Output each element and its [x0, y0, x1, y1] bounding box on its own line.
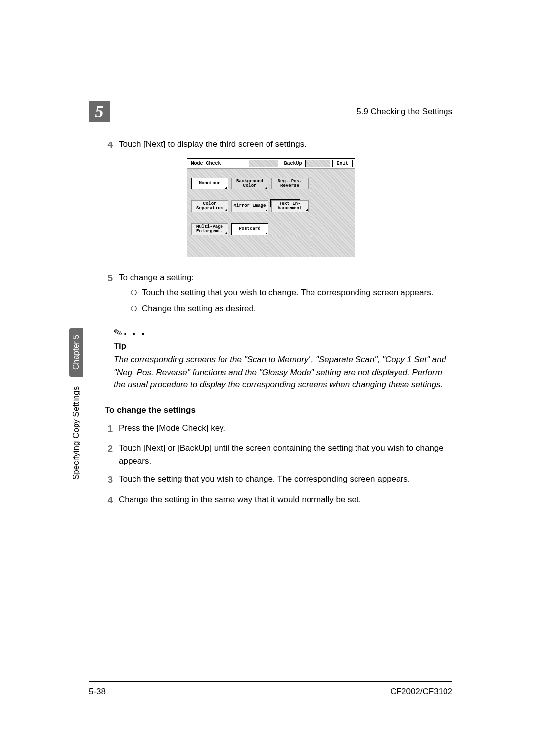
background-color-button[interactable]: Background Color — [231, 178, 268, 189]
sidebar-chapter-tab: Chapter 5 — [69, 328, 83, 377]
chapter-number-badge: 5 — [89, 101, 110, 122]
postcard-button[interactable]: Postcard — [231, 223, 268, 235]
text-enhancement-button[interactable]: Text En- hancement — [271, 200, 309, 212]
figure-topbar: Mode Check BackUp Exit — [187, 159, 355, 169]
sidebar-vertical: Specifying Copy Settings Chapter 5 — [69, 194, 83, 346]
step-text: To change a setting: ❍ Touch the setting… — [119, 271, 452, 318]
neg-pos-reverse-button[interactable]: Neg.-Pos. Reverse — [271, 178, 309, 189]
monotone-button[interactable]: Monotone — [191, 178, 228, 189]
bullet-marker-icon: ❍ — [131, 302, 137, 315]
change-step-2: 2 Touch [Next] or [BackUp] until the scr… — [104, 442, 452, 467]
step-number: 1 — [104, 422, 113, 436]
tip-text: The corresponding screens for the "Scan … — [114, 353, 452, 391]
model-label: CF2002/CF3102 — [390, 687, 452, 697]
step-text: Touch [Next] to display the third screen… — [119, 138, 452, 152]
step-number: 5 — [104, 271, 113, 318]
figure-row-3: Multi-Page Enlargemt. Postcard — [191, 223, 351, 235]
step-number: 3 — [104, 473, 113, 487]
step-number: 4 — [104, 493, 113, 508]
step-text: Change the setting in the same way that … — [119, 493, 452, 508]
page-header: 5 5.9 Checking the Settings — [89, 101, 452, 122]
bullet-item: ❍ Touch the setting that you wish to cha… — [131, 286, 452, 299]
tip-title: Tip — [114, 341, 452, 351]
page-footer: 5-38 CF2002/CF3102 — [89, 681, 452, 697]
step-number: 4 — [104, 138, 113, 152]
tip-dots-icon: . . . — [124, 325, 146, 338]
bullet-text: Change the setting as desired. — [142, 302, 256, 315]
pencil-icon: ✎ — [112, 326, 124, 340]
figure-titlebar-fill2 — [306, 160, 330, 167]
step-text: Touch the setting that you wish to chang… — [119, 473, 452, 487]
step-text: Press the [Mode Check] key. — [119, 422, 452, 436]
figure-row-1: Monotone Background Color Neg.-Pos. Reve… — [191, 178, 351, 189]
bullet-marker-icon: ❍ — [131, 286, 137, 299]
step-number: 2 — [104, 442, 113, 467]
page-number: 5-38 — [89, 687, 106, 697]
bullet-text: Touch the setting that you wish to chang… — [142, 286, 433, 299]
subsection-heading: To change the settings — [105, 405, 452, 415]
step-5: 5 To change a setting: ❍ Touch the setti… — [104, 271, 452, 318]
sidebar-section-label: Specifying Copy Settings — [71, 386, 81, 480]
figure-titlebar-fill — [249, 160, 278, 167]
step-text: Touch [Next] or [BackUp] until the scree… — [119, 442, 452, 467]
mode-check-screenshot: Mode Check BackUp Exit Monotone Backgrou… — [187, 158, 355, 257]
exit-button[interactable]: Exit — [332, 160, 352, 167]
change-step-1: 1 Press the [Mode Check] key. — [104, 422, 452, 436]
step-4: 4 Touch [Next] to display the third scre… — [104, 138, 452, 152]
tip-icon-row: ✎ . . . — [114, 327, 452, 339]
section-heading: 5.9 Checking the Settings — [356, 107, 452, 117]
change-step-3: 3 Touch the setting that you wish to cha… — [104, 473, 452, 487]
step5-intro: To change a setting: — [119, 273, 194, 282]
bullet-list: ❍ Touch the setting that you wish to cha… — [131, 286, 452, 315]
change-step-4: 4 Change the setting in the same way tha… — [104, 493, 452, 508]
multi-page-enlargement-button[interactable]: Multi-Page Enlargemt. — [191, 223, 228, 235]
mirror-image-button[interactable]: Mirror Image — [231, 200, 268, 212]
tip-block: ✎ . . . Tip The corresponding screens fo… — [114, 327, 452, 391]
figure-body: Monotone Background Color Neg.-Pos. Reve… — [187, 169, 355, 257]
backup-button[interactable]: BackUp — [280, 160, 306, 167]
color-separation-button[interactable]: Color Separation — [191, 200, 228, 212]
bullet-item: ❍ Change the setting as desired. — [131, 302, 452, 315]
figure-title: Mode Check — [189, 161, 249, 166]
